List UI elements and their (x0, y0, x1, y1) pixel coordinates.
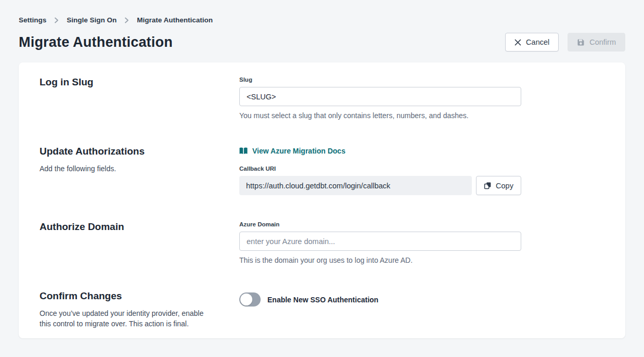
slug-helper-text: You must select a slug that only contain… (239, 111, 521, 120)
settings-card: Log in Slug Slug You must select a slug … (19, 62, 625, 338)
close-icon (514, 39, 521, 46)
azure-migration-docs-link-label: View Azure Migration Docs (252, 147, 345, 155)
page-header: Migrate Authentication Cancel Confirm (19, 33, 625, 52)
breadcrumb: Settings Single Sign On Migrate Authenti… (19, 0, 625, 24)
section-login-slug: Log in Slug Slug You must select a slug … (40, 76, 604, 120)
section-authorize-domain: Authorize Domain Azure Domain This is th… (40, 221, 604, 264)
authorize-domain-heading: Authorize Domain (40, 221, 216, 233)
update-authorizations-description: Add the following fields. (40, 163, 211, 174)
cancel-button[interactable]: Cancel (505, 33, 559, 52)
header-actions: Cancel Confirm (505, 33, 625, 52)
copy-button-label: Copy (496, 182, 513, 190)
toggle-knob (240, 294, 252, 305)
breadcrumb-single-sign-on[interactable]: Single Sign On (67, 16, 117, 24)
azure-migration-docs-link[interactable]: View Azure Migration Docs (239, 147, 345, 155)
breadcrumb-settings[interactable]: Settings (19, 16, 46, 24)
chevron-right-icon (124, 17, 129, 23)
enable-sso-toggle-label: Enable New SSO Authentication (267, 296, 378, 304)
section-update-authorizations: Update Authorizations Add the following … (40, 146, 604, 195)
save-icon (577, 39, 585, 46)
cancel-button-label: Cancel (526, 38, 549, 46)
update-authorizations-heading: Update Authorizations (40, 146, 216, 157)
slug-input[interactable] (239, 87, 521, 106)
copy-icon (484, 182, 492, 189)
confirm-changes-heading: Confirm Changes (40, 290, 216, 302)
slug-field-label: Slug (239, 76, 521, 83)
migrate-authentication-page: Settings Single Sign On Migrate Authenti… (0, 0, 644, 338)
confirm-changes-description: Once you’ve updated your identity provid… (40, 308, 211, 329)
enable-sso-toggle[interactable] (239, 292, 261, 307)
azure-domain-helper-text: This is the domain your org uses to log … (239, 256, 521, 264)
sso-toggle-row: Enable New SSO Authentication (239, 292, 521, 307)
callback-uri-value: https://auth.cloud.getdbt.com/login/call… (239, 176, 472, 195)
callback-uri-field-label: Callback URI (239, 165, 521, 172)
book-icon (239, 147, 248, 155)
confirm-button-label: Confirm (589, 38, 616, 46)
chevron-right-icon (54, 17, 59, 23)
page-title: Migrate Authentication (19, 34, 173, 50)
callback-uri-row: https://auth.cloud.getdbt.com/login/call… (239, 176, 521, 195)
confirm-button[interactable]: Confirm (568, 33, 625, 52)
copy-button[interactable]: Copy (476, 176, 521, 195)
azure-domain-input[interactable] (239, 232, 521, 251)
azure-domain-field-label: Azure Domain (239, 221, 521, 227)
breadcrumb-migrate-authentication: Migrate Authentication (137, 16, 213, 24)
login-slug-heading: Log in Slug (40, 76, 216, 88)
section-confirm-changes: Confirm Changes Once you’ve updated your… (40, 290, 604, 329)
